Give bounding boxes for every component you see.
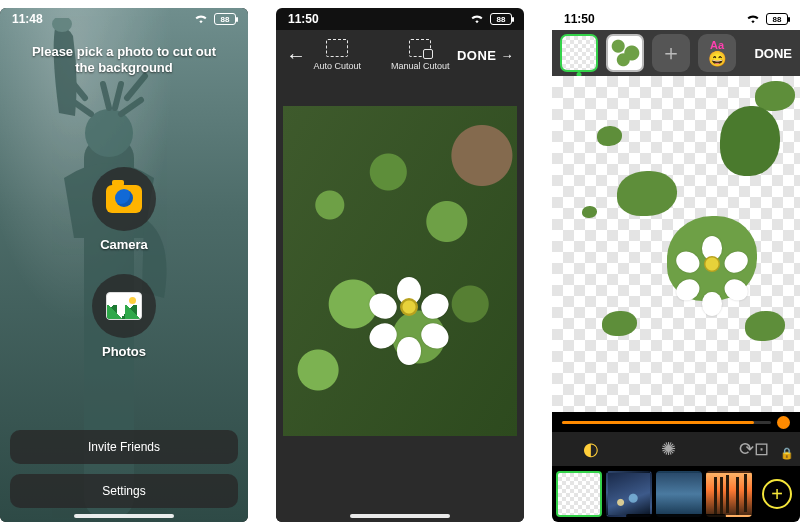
- text-sticker-button[interactable]: Aa 😄: [698, 34, 736, 72]
- wifi-icon: [470, 14, 484, 24]
- flower-subject: [378, 276, 440, 338]
- cutout-result: [552, 76, 800, 412]
- done-button[interactable]: DONE →: [457, 48, 514, 63]
- flower-cutout[interactable]: [684, 236, 740, 292]
- bg-option-transparent[interactable]: [556, 471, 602, 517]
- battery-icon: 88: [214, 13, 236, 25]
- layer-thumb-background[interactable]: [560, 34, 598, 72]
- emoji-icon: 😄: [708, 51, 727, 66]
- back-button[interactable]: ←: [286, 44, 306, 67]
- clock: 11:48: [12, 12, 43, 26]
- bg-option-sunset-palms[interactable]: [706, 471, 752, 517]
- brightness-tab[interactable]: ✺: [661, 438, 676, 460]
- source-photo: [283, 106, 517, 436]
- layer-thumb-cutout[interactable]: [606, 34, 644, 72]
- manual-cutout-icon: [409, 39, 431, 57]
- photos-icon: [106, 292, 142, 320]
- photos-label: Photos: [102, 344, 146, 359]
- home-indicator[interactable]: [626, 514, 726, 518]
- auto-cutout-icon: [326, 39, 348, 57]
- contrast-tab[interactable]: ◐: [583, 438, 599, 460]
- slider-track[interactable]: [562, 421, 771, 424]
- editor-canvas[interactable]: [276, 80, 524, 462]
- bottom-strip: [276, 462, 524, 522]
- plus-icon: ＋: [660, 38, 682, 68]
- add-layer-button[interactable]: ＋: [652, 34, 690, 72]
- camera-icon: [106, 185, 142, 213]
- crop-tab[interactable]: ⟳⊡: [739, 438, 769, 460]
- wifi-icon: [746, 14, 760, 24]
- manual-cutout-button[interactable]: Manual Cutout: [391, 39, 450, 71]
- battery-icon: 88: [766, 13, 788, 25]
- status-bar: 11:50 88: [276, 8, 524, 30]
- compose-canvas[interactable]: [552, 76, 800, 412]
- lock-icon: 🔒: [780, 447, 794, 460]
- bg-option-bokeh[interactable]: [606, 471, 652, 517]
- layers-toolbar: ＋ Aa 😄 DONE: [552, 30, 800, 76]
- done-button[interactable]: DONE: [754, 46, 792, 61]
- auto-cutout-button[interactable]: Auto Cutout: [313, 39, 361, 71]
- auto-cutout-label: Auto Cutout: [313, 61, 361, 71]
- screen-home: 11:48 88 Please pick a photo to cut outt…: [0, 8, 248, 522]
- status-bar: 11:50 88: [552, 8, 800, 30]
- battery-icon: 88: [490, 13, 512, 25]
- camera-button[interactable]: [92, 167, 156, 231]
- screen-compose: 11:50 88 ＋ Aa 😄 DONE ◐ ✺ ⟳⊡: [552, 8, 800, 522]
- slider-knob[interactable]: [777, 416, 790, 429]
- manual-cutout-label: Manual Cutout: [391, 61, 450, 71]
- editor-toolbar: ← Auto Cutout Manual Cutout DONE →: [276, 30, 524, 80]
- camera-label: Camera: [100, 237, 148, 252]
- home-indicator[interactable]: [350, 514, 450, 518]
- page-title: Please pick a photo to cut outthe backgr…: [32, 44, 216, 77]
- status-bar: 11:48 88: [0, 8, 248, 30]
- add-background-button[interactable]: +: [762, 479, 792, 509]
- adjust-tabs: ◐ ✺ ⟳⊡: [552, 432, 800, 466]
- adjust-slider[interactable]: [552, 412, 800, 432]
- photos-button[interactable]: [92, 274, 156, 338]
- clock: 11:50: [288, 12, 319, 26]
- bg-option-blue-gradient[interactable]: [656, 471, 702, 517]
- clock: 11:50: [564, 12, 595, 26]
- wifi-icon: [194, 14, 208, 24]
- screen-cutout-editor: 11:50 88 ← Auto Cutout Manual Cutout DON…: [276, 8, 524, 522]
